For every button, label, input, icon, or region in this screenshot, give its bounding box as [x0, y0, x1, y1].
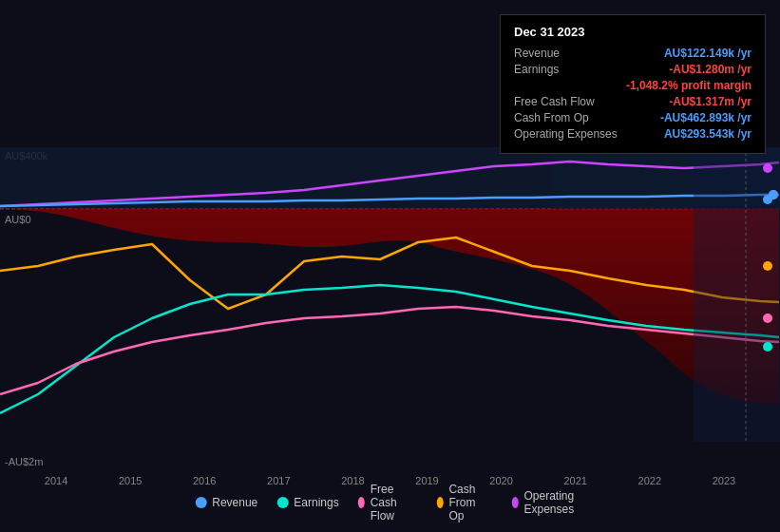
legend-opex[interactable]: Operating Expenses [511, 489, 584, 516]
legend-cashop-label: Cash From Op [448, 483, 492, 522]
tooltip-cashop-row: Cash From Op -AU$462.893k /yr [514, 111, 751, 124]
teal-indicator [763, 342, 772, 352]
tooltip-fcf-label: Free Cash Flow [514, 95, 595, 108]
x-label-2022: 2022 [638, 475, 661, 486]
tooltip-earnings-label: Earnings [514, 63, 559, 76]
tooltip-opex-label: Operating Expenses [514, 127, 618, 141]
tooltip-panel: Dec 31 2023 Revenue AU$122.149k /yr Earn… [500, 14, 766, 154]
tooltip-opex-row: Operating Expenses AU$293.543k /yr [514, 127, 751, 141]
legend: Revenue Earnings Free Cash Flow Cash Fro… [195, 483, 585, 522]
legend-opex-label: Operating Expenses [523, 489, 584, 516]
x-label-2023: 2023 [713, 475, 735, 486]
chart-container: Dec 31 2023 Revenue AU$122.149k /yr Earn… [0, 0, 780, 532]
legend-revenue-dot [195, 497, 206, 508]
legend-cashop-dot [436, 497, 443, 508]
legend-earnings-label: Earnings [294, 496, 338, 509]
chart-svg [0, 147, 780, 442]
legend-opex-dot [511, 497, 518, 508]
tooltip-fcf-value: -AU$1.317m /yr [669, 95, 751, 108]
tooltip-fcf-row: Free Cash Flow -AU$1.317m /yr [514, 95, 751, 108]
legend-fcf[interactable]: Free Cash Flow [358, 483, 418, 522]
tooltip-date: Dec 31 2023 [514, 25, 751, 39]
orange-indicator [763, 261, 772, 271]
tooltip-earnings-sub-value: -1,048.2% profit margin [626, 79, 751, 92]
tooltip-revenue-row: Revenue AU$122.149k /yr [514, 47, 751, 60]
purple-indicator [763, 163, 772, 173]
legend-earnings-dot [276, 497, 288, 508]
pink-indicator [763, 314, 772, 323]
x-label-2015: 2015 [119, 475, 142, 486]
tooltip-earnings-row: Earnings -AU$1.280m /yr [514, 63, 751, 76]
tooltip-cashop-value: -AU$462.893k /yr [660, 111, 751, 124]
legend-revenue-label: Revenue [212, 496, 257, 509]
blue-indicator [763, 195, 772, 204]
y-label-bot: -AU$2m [5, 456, 43, 467]
legend-fcf-label: Free Cash Flow [371, 483, 418, 522]
tooltip-revenue-label: Revenue [514, 47, 560, 60]
legend-revenue[interactable]: Revenue [195, 496, 257, 509]
svg-rect-2 [694, 147, 780, 442]
legend-cashop[interactable]: Cash From Op [436, 483, 492, 522]
tooltip-earnings-value: -AU$1.280m /yr [669, 63, 751, 76]
legend-earnings[interactable]: Earnings [276, 496, 338, 509]
legend-fcf-dot [358, 497, 365, 508]
tooltip-cashop-label: Cash From Op [514, 111, 589, 124]
tooltip-revenue-value: AU$122.149k /yr [664, 47, 751, 60]
tooltip-earnings-sub-row: -1,048.2% profit margin [514, 79, 751, 92]
x-label-2014: 2014 [45, 475, 67, 486]
tooltip-opex-value: AU$293.543k /yr [664, 127, 751, 141]
